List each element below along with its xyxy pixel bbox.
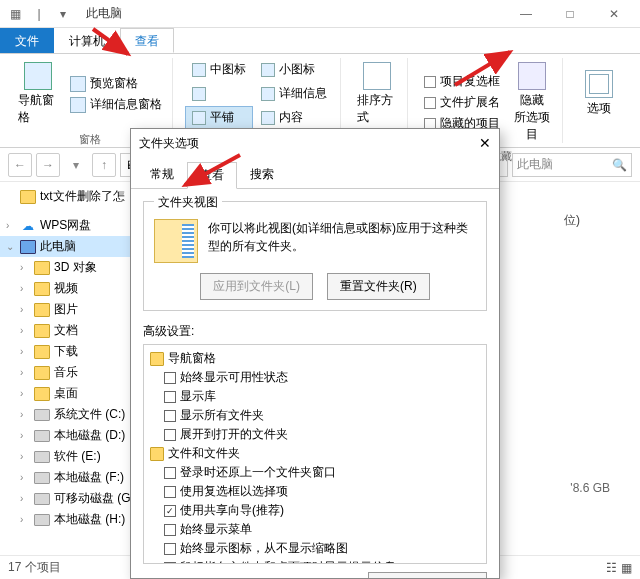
adv-group: 导航窗格 — [148, 349, 482, 368]
preview-pane-button[interactable]: 预览窗格 — [66, 73, 166, 94]
checkbox-icon[interactable] — [164, 391, 176, 403]
dialog-tab-general[interactable]: 常规 — [137, 161, 187, 188]
adv-checkbox[interactable]: 始终显示图标，从不显示缩略图 — [148, 539, 482, 558]
dialog-close-button[interactable]: ✕ — [479, 135, 491, 151]
tree-item[interactable]: ›可移动磁盘 (G:) — [0, 488, 149, 509]
apply-to-folders-button[interactable]: 应用到文件夹(L) — [200, 273, 313, 300]
checkbox-icon[interactable] — [164, 486, 176, 498]
tree-item[interactable]: ›本地磁盘 (F:) — [0, 467, 149, 488]
disk-icon — [34, 407, 50, 423]
tree-item[interactable]: ›系统文件 (C:) — [0, 404, 149, 425]
expand-icon[interactable]: › — [20, 451, 30, 462]
qat-dropdown[interactable]: ▾ — [52, 3, 74, 25]
tree-item[interactable]: txt文件删除了怎 — [0, 186, 149, 207]
folder-icon — [34, 323, 50, 339]
tree-item-label: 文档 — [54, 322, 78, 339]
back-button[interactable]: ← — [8, 153, 32, 177]
forward-button[interactable]: → — [36, 153, 60, 177]
details-pane-button[interactable]: 详细信息窗格 — [66, 94, 166, 115]
tree-item[interactable]: ›☁WPS网盘 — [0, 215, 149, 236]
checkbox-icon[interactable] — [164, 410, 176, 422]
wps-icon: ☁ — [20, 218, 36, 234]
up-button[interactable]: ↑ — [92, 153, 116, 177]
adv-item-label: 始终显示图标，从不显示缩略图 — [180, 540, 348, 557]
tree-item[interactable]: ›文档 — [0, 320, 149, 341]
adv-checkbox[interactable]: 展开到打开的文件夹 — [148, 425, 482, 444]
tree-item[interactable]: ›图片 — [0, 299, 149, 320]
adv-checkbox[interactable]: 始终显示可用性状态 — [148, 368, 482, 387]
folder-view-heading: 文件夹视图 — [154, 194, 222, 211]
dialog-tab-view[interactable]: 查看 — [187, 162, 237, 189]
file-extensions-toggle[interactable]: 文件扩展名 — [420, 92, 504, 113]
tree-item[interactable]: ›下载 — [0, 341, 149, 362]
adv-item-label: 导航窗格 — [168, 350, 216, 367]
tree-item[interactable]: ›本地磁盘 (H:) — [0, 509, 149, 530]
tree-item[interactable]: ›软件 (E:) — [0, 446, 149, 467]
adv-checkbox[interactable]: 使用复选框以选择项 — [148, 482, 482, 501]
advanced-settings-list[interactable]: 导航窗格始终显示可用性状态显示库显示所有文件夹展开到打开的文件夹文件和文件夹登录… — [143, 344, 487, 564]
folder-icon — [34, 344, 50, 360]
nav-tree[interactable]: txt文件删除了怎›☁WPS网盘⌄此电脑›3D 对象›视频›图片›文档›下载›音… — [0, 182, 150, 555]
expand-icon[interactable]: › — [6, 220, 16, 231]
options-button[interactable]: 选项 — [575, 66, 623, 121]
sort-by-button[interactable]: 排序方式 — [353, 58, 401, 130]
title-bar: ▦ | ▾ 此电脑 — □ ✕ — [0, 0, 640, 28]
tab-computer[interactable]: 计算机 — [54, 28, 120, 53]
checkbox-icon[interactable] — [164, 467, 176, 479]
tab-file[interactable]: 文件 — [0, 28, 54, 53]
adv-checkbox[interactable]: 显示所有文件夹 — [148, 406, 482, 425]
expand-icon[interactable]: › — [20, 346, 30, 357]
tree-item[interactable]: ›音乐 — [0, 362, 149, 383]
minimize-button[interactable]: — — [504, 0, 548, 28]
tree-item[interactable]: ›本地磁盘 (D:) — [0, 425, 149, 446]
checkbox-icon[interactable] — [164, 524, 176, 536]
expand-icon[interactable]: › — [20, 388, 30, 399]
adv-checkbox[interactable]: ✓使用共享向导(推荐) — [148, 501, 482, 520]
tree-item-label: 下载 — [54, 343, 78, 360]
tree-item[interactable]: ›桌面 — [0, 383, 149, 404]
expand-icon[interactable]: › — [20, 262, 30, 273]
adv-item-label: 始终显示可用性状态 — [180, 369, 288, 386]
search-box[interactable]: 此电脑🔍 — [512, 153, 632, 177]
checkbox-icon[interactable]: ✓ — [164, 505, 176, 517]
qat-icon[interactable]: ▦ — [4, 3, 26, 25]
expand-icon[interactable]: › — [20, 367, 30, 378]
tree-item[interactable]: ›视频 — [0, 278, 149, 299]
expand-icon[interactable]: › — [20, 430, 30, 441]
expand-icon[interactable]: › — [20, 409, 30, 420]
expand-icon[interactable]: › — [20, 283, 30, 294]
close-button[interactable]: ✕ — [592, 0, 636, 28]
view-mode-large-icon[interactable]: ▦ — [621, 561, 632, 575]
checkbox-icon[interactable] — [164, 543, 176, 555]
reset-folders-button[interactable]: 重置文件夹(R) — [327, 273, 430, 300]
maximize-button[interactable]: □ — [548, 0, 592, 28]
view-mode-details-icon[interactable]: ☷ — [606, 561, 617, 575]
disk-icon — [34, 428, 50, 444]
dialog-tab-search[interactable]: 搜索 — [237, 161, 287, 188]
checkbox-icon[interactable] — [164, 372, 176, 384]
tree-item-label: 本地磁盘 (F:) — [54, 469, 124, 486]
adv-checkbox[interactable]: 始终显示菜单 — [148, 520, 482, 539]
item-checkboxes-toggle[interactable]: 项目复选框 — [420, 71, 504, 92]
restore-defaults-button[interactable]: 还原为默认值(D) — [368, 572, 487, 578]
nav-pane-button[interactable]: 导航窗格 — [14, 58, 62, 130]
adv-checkbox[interactable]: 显示库 — [148, 387, 482, 406]
expand-icon[interactable]: › — [20, 514, 30, 525]
adv-checkbox[interactable]: 登录时还原上一个文件夹窗口 — [148, 463, 482, 482]
history-dropdown[interactable]: ▾ — [64, 153, 88, 177]
checkbox-icon[interactable] — [164, 429, 176, 441]
expand-icon[interactable]: › — [20, 472, 30, 483]
tree-item-label: 桌面 — [54, 385, 78, 402]
expand-icon[interactable]: › — [20, 304, 30, 315]
hide-selected-button[interactable]: 隐藏 所选项目 — [508, 58, 556, 147]
expand-icon[interactable]: ⌄ — [6, 241, 16, 252]
tree-item[interactable]: ›3D 对象 — [0, 257, 149, 278]
layout-gallery[interactable]: 中图标 小图标 详细信息 平铺 内容 — [185, 58, 334, 129]
expand-icon[interactable]: › — [20, 325, 30, 336]
expand-icon[interactable]: › — [20, 493, 30, 504]
tree-item-label: 视频 — [54, 280, 78, 297]
tab-view[interactable]: 查看 — [120, 28, 174, 53]
tree-item[interactable]: ⌄此电脑 — [0, 236, 149, 257]
disk-icon — [34, 512, 50, 528]
window-title: 此电脑 — [86, 5, 122, 22]
